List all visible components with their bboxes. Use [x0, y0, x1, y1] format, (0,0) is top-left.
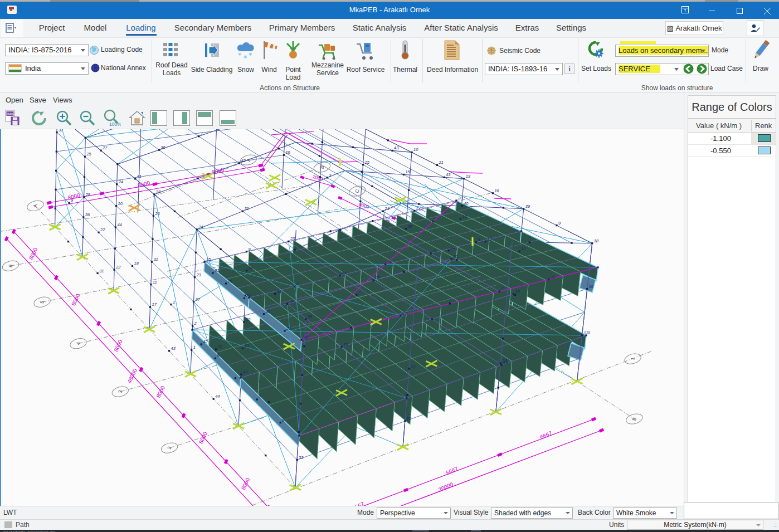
svg-text:16: 16 — [285, 150, 290, 155]
svg-text:26: 26 — [154, 211, 160, 216]
svg-text:28: 28 — [307, 314, 313, 319]
svg-text:33: 33 — [299, 455, 304, 460]
svg-text:24: 24 — [289, 299, 294, 304]
svg-text:21: 21 — [438, 160, 443, 165]
svg-text:22: 22 — [100, 227, 105, 232]
svg-text:30: 30 — [249, 266, 254, 271]
svg-text:1: 1 — [173, 300, 175, 305]
svg-text:B: B — [631, 417, 637, 421]
svg-text:9: 9 — [558, 221, 561, 226]
svg-text:24: 24 — [198, 224, 203, 230]
svg-text:44: 44 — [215, 394, 220, 399]
svg-text:25: 25 — [227, 279, 232, 284]
svg-text:10: 10 — [118, 201, 123, 206]
svg-text:27: 27 — [102, 145, 108, 150]
svg-text:34: 34 — [276, 289, 281, 294]
svg-text:20: 20 — [452, 254, 458, 259]
svg-text:1: 1 — [588, 330, 590, 335]
svg-text:31: 31 — [244, 206, 249, 211]
svg-text:2: 2 — [194, 321, 197, 326]
svg-text:38: 38 — [156, 189, 161, 194]
svg-text:24: 24 — [384, 206, 390, 211]
svg-text:32: 32 — [303, 335, 308, 340]
svg-text:B: B — [319, 165, 325, 169]
svg-text:24: 24 — [387, 260, 392, 265]
svg-text:42: 42 — [203, 339, 208, 344]
svg-text:20: 20 — [286, 326, 291, 331]
svg-text:6667: 6667 — [539, 429, 553, 440]
svg-text:18: 18 — [134, 261, 139, 266]
svg-text:41: 41 — [137, 174, 142, 179]
svg-text:44: 44 — [117, 222, 121, 227]
svg-text:8000: 8000 — [67, 192, 81, 201]
svg-text:41: 41 — [265, 309, 270, 314]
svg-text:37: 37 — [59, 129, 64, 133]
svg-text:20: 20 — [245, 293, 251, 298]
svg-text:23: 23 — [196, 272, 201, 277]
svg-text:6667: 6667 — [351, 501, 365, 506]
svg-text:C: C — [354, 188, 361, 193]
svg-text:33: 33 — [551, 275, 556, 280]
svg-text:40: 40 — [464, 201, 469, 206]
svg-text:43: 43 — [446, 172, 451, 177]
svg-text:2: 2 — [258, 394, 261, 399]
svg-text:A: A — [246, 158, 252, 162]
svg-text:❄: ❄ — [249, 52, 252, 57]
svg-text:23: 23 — [290, 236, 295, 241]
svg-text:26: 26 — [588, 284, 594, 289]
svg-text:44: 44 — [342, 271, 346, 276]
svg-text:3: 3 — [117, 390, 123, 394]
svg-text:17: 17 — [152, 302, 157, 307]
svg-text:25: 25 — [502, 358, 507, 363]
svg-text:1: 1 — [193, 345, 196, 350]
svg-text:19: 19 — [244, 343, 249, 348]
svg-text:16: 16 — [521, 246, 526, 251]
svg-text:44: 44 — [450, 246, 455, 251]
svg-text:IMG: IMG — [7, 113, 14, 116]
svg-text:3: 3 — [329, 173, 332, 178]
svg-text:100%: 100% — [109, 121, 121, 127]
svg-text:4: 4 — [75, 341, 81, 345]
svg-text:28: 28 — [85, 192, 91, 197]
svg-text:2: 2 — [296, 281, 299, 286]
svg-text:17: 17 — [411, 364, 416, 369]
svg-text:7: 7 — [201, 131, 203, 136]
svg-text:❄: ❄ — [244, 55, 247, 59]
svg-text:30: 30 — [246, 317, 251, 322]
svg-text:27: 27 — [416, 206, 421, 211]
svg-text:27: 27 — [402, 311, 407, 316]
svg-text:25: 25 — [406, 416, 412, 421]
svg-text:22: 22 — [115, 265, 121, 270]
svg-text:16: 16 — [494, 188, 499, 193]
svg-text:43: 43 — [171, 346, 176, 351]
svg-text:18: 18 — [515, 289, 520, 294]
svg-text:20000: 20000 — [437, 481, 454, 493]
svg-text:12: 12 — [487, 237, 492, 242]
svg-text:39: 39 — [525, 204, 530, 209]
svg-text:20: 20 — [217, 344, 223, 349]
svg-text:43: 43 — [394, 145, 399, 150]
svg-text:6: 6 — [8, 264, 14, 268]
svg-text:24: 24 — [118, 179, 123, 184]
svg-text:15: 15 — [365, 160, 370, 165]
svg-text:36: 36 — [85, 212, 90, 217]
svg-text:15: 15 — [206, 257, 211, 262]
svg-text:11: 11 — [153, 280, 157, 285]
svg-text:31: 31 — [99, 269, 104, 274]
svg-text:6667: 6667 — [445, 465, 459, 476]
svg-text:32: 32 — [153, 257, 158, 262]
svg-text:15: 15 — [462, 214, 467, 219]
svg-text:37: 37 — [196, 297, 201, 302]
svg-text:25: 25 — [374, 275, 380, 280]
svg-text:36: 36 — [160, 145, 165, 150]
svg-text:18: 18 — [594, 238, 599, 243]
svg-text:15: 15 — [405, 169, 410, 174]
svg-text:31: 31 — [215, 268, 219, 273]
svg-text:31: 31 — [432, 248, 437, 253]
svg-text:25: 25 — [86, 152, 91, 157]
svg-text:20: 20 — [457, 196, 463, 201]
svg-text:13: 13 — [466, 174, 471, 179]
svg-text:43: 43 — [243, 369, 248, 374]
svg-text:38: 38 — [407, 224, 412, 229]
svg-text:❄: ❄ — [238, 52, 242, 57]
